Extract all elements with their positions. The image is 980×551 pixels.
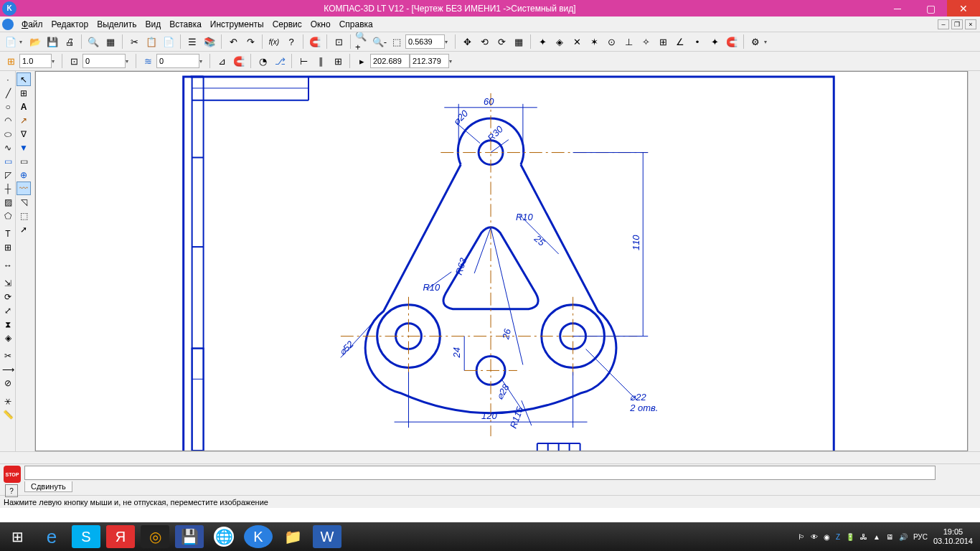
maximize-button[interactable]: ▢ bbox=[914, 0, 947, 17]
aimp-button[interactable]: ◎ bbox=[141, 525, 169, 548]
minimize-button[interactable]: ─ bbox=[881, 0, 914, 17]
yandex-button[interactable]: Я bbox=[106, 525, 135, 548]
snap-angle-button[interactable]: ∠ bbox=[672, 34, 688, 50]
zoom-out-button[interactable]: 🔍- bbox=[372, 34, 387, 50]
coord-x-input[interactable] bbox=[370, 54, 410, 68]
skype-button[interactable]: S bbox=[72, 525, 100, 548]
menu-insert[interactable]: Вставка bbox=[165, 18, 206, 31]
round-button[interactable]: ◔ bbox=[255, 53, 270, 69]
layer-dropdown[interactable]: ▾ bbox=[199, 58, 207, 65]
prop-tab-move[interactable]: Сдвинуть bbox=[24, 481, 72, 492]
menu-help[interactable]: Справка bbox=[335, 18, 377, 31]
wave-tool[interactable]: 〰 bbox=[17, 182, 31, 195]
cursor-size-button[interactable]: ⊞ bbox=[330, 53, 346, 69]
kompas-button[interactable]: K bbox=[244, 525, 273, 548]
tray-sync-icon[interactable]: ◉ bbox=[824, 533, 830, 541]
state-input[interactable] bbox=[83, 54, 126, 68]
tray-clock[interactable]: 19:05 03.10.2014 bbox=[933, 527, 973, 546]
snap-end-button[interactable]: ✦ bbox=[534, 34, 550, 50]
tray-lang[interactable]: РУС bbox=[913, 533, 928, 541]
snap-center-button[interactable]: ✕ bbox=[569, 34, 585, 50]
new-button[interactable]: 📄 bbox=[3, 34, 19, 50]
context-help-icon[interactable]: ? bbox=[5, 484, 18, 497]
line-tool[interactable]: ╱ bbox=[1, 86, 15, 100]
tray-eye-icon[interactable]: 👁 bbox=[811, 533, 818, 541]
tray-network-icon[interactable]: 🖧 bbox=[860, 533, 867, 541]
point-tool[interactable]: · bbox=[1, 72, 15, 86]
snap-align-button[interactable]: ✦ bbox=[707, 34, 722, 50]
mdi-minimize-button[interactable]: – bbox=[938, 19, 949, 29]
trim-tool[interactable]: ✂ bbox=[1, 349, 15, 362]
measure-tool[interactable]: 📏 bbox=[1, 408, 15, 421]
ortho-button[interactable]: ⊿ bbox=[214, 53, 230, 69]
zoom-in-button[interactable]: 🔍+ bbox=[354, 34, 370, 50]
refresh-button[interactable]: ⟳ bbox=[494, 34, 509, 50]
params-tool[interactable]: ⚹ bbox=[1, 394, 15, 408]
hatch-tool[interactable]: ▨ bbox=[1, 195, 15, 209]
properties-button[interactable]: ☰ bbox=[184, 34, 200, 50]
poly-tool[interactable]: ⬠ bbox=[1, 209, 15, 222]
print-button[interactable]: 🖨 bbox=[62, 34, 77, 50]
zoom-dropdown[interactable]: ▾ bbox=[445, 39, 452, 45]
settings-dropdown[interactable]: ▾ bbox=[764, 39, 771, 45]
leader-tool[interactable]: ↗ bbox=[17, 113, 31, 127]
view-label-tool[interactable]: ◹ bbox=[17, 195, 31, 209]
mdi-restore-button[interactable]: ❐ bbox=[951, 19, 963, 29]
menu-select[interactable]: Выделить bbox=[93, 18, 141, 31]
view-all-button[interactable]: ▦ bbox=[511, 34, 527, 50]
section-tool[interactable]: ⬚ bbox=[17, 209, 31, 222]
coord-dropdown[interactable]: ▾ bbox=[449, 58, 456, 65]
zoom-window-button[interactable]: ⬚ bbox=[389, 34, 405, 50]
text-edit-tool[interactable]: A bbox=[17, 100, 31, 113]
menu-view[interactable]: Вид bbox=[141, 18, 166, 31]
arrow-tool[interactable]: ➚ bbox=[17, 222, 31, 236]
preview-button[interactable]: 🔍 bbox=[85, 34, 101, 50]
new-dropdown[interactable]: ▾ bbox=[19, 39, 27, 45]
coord-y-input[interactable] bbox=[410, 54, 449, 68]
open-button[interactable]: 📂 bbox=[27, 34, 43, 50]
centerline-tool[interactable]: ⊕ bbox=[17, 168, 31, 182]
base-tool[interactable]: ▼ bbox=[17, 141, 31, 154]
undo-button[interactable]: ↶ bbox=[225, 34, 241, 50]
copy-button[interactable]: 📋 bbox=[143, 34, 159, 50]
menu-file[interactable]: Файл bbox=[17, 18, 47, 31]
perp-button[interactable]: ⊢ bbox=[296, 53, 311, 69]
break-tool[interactable]: ⊘ bbox=[1, 376, 15, 390]
para-button[interactable]: ∥ bbox=[313, 53, 329, 69]
tray-flag-icon[interactable]: 🏳 bbox=[798, 533, 805, 541]
snap-normal-button[interactable]: ⊥ bbox=[621, 34, 636, 50]
drawing-canvas[interactable]: 60 ⌀20 R30 R10 25 110 R10 R63 ⌀52 24 26 … bbox=[35, 71, 968, 451]
menu-editor[interactable]: Редактор bbox=[47, 18, 93, 31]
roughness-tool[interactable]: ∇ bbox=[17, 127, 31, 141]
spline-tool[interactable]: ∿ bbox=[1, 141, 15, 154]
ellipse-tool[interactable]: ⬭ bbox=[1, 127, 15, 141]
command-input[interactable] bbox=[24, 466, 936, 480]
app-menu-icon[interactable] bbox=[2, 19, 14, 30]
pan-button[interactable]: ✥ bbox=[459, 34, 475, 50]
dim-tool[interactable]: ↔ bbox=[1, 258, 15, 272]
close-button[interactable]: ✕ bbox=[947, 0, 980, 17]
state-dropdown[interactable]: ▾ bbox=[126, 58, 133, 65]
state-icon[interactable]: ⊡ bbox=[66, 53, 82, 69]
menu-window[interactable]: Окно bbox=[306, 18, 335, 31]
stop-icon[interactable]: STOP bbox=[4, 466, 21, 483]
zoom-fit-button[interactable]: ⊡ bbox=[331, 34, 347, 50]
help-button[interactable]: ? bbox=[283, 34, 299, 50]
layer-icon[interactable]: ≋ bbox=[140, 53, 156, 69]
variables-button[interactable]: f(x) bbox=[266, 34, 282, 50]
snap-tangent-button[interactable]: ⊙ bbox=[603, 34, 619, 50]
rect-tool[interactable]: ▭ bbox=[1, 154, 15, 168]
layer-input[interactable] bbox=[156, 54, 199, 68]
chrome-button[interactable]: 🌐 bbox=[207, 522, 241, 551]
snap-toggle-button[interactable]: 🧲 bbox=[231, 53, 247, 69]
save-button[interactable]: 💾 bbox=[44, 34, 60, 50]
menu-tools[interactable]: Инструменты bbox=[206, 18, 268, 31]
horizontal-scrollbar[interactable] bbox=[0, 451, 980, 463]
zoom-input[interactable] bbox=[405, 34, 445, 49]
snap-point-button[interactable]: • bbox=[689, 34, 705, 50]
ie-button[interactable]: e bbox=[34, 522, 69, 551]
tray-shield-icon[interactable]: ▲ bbox=[873, 533, 880, 541]
magnet-button[interactable]: 🧲 bbox=[307, 34, 323, 50]
select-tool[interactable]: ↖ bbox=[17, 72, 31, 86]
settings-button[interactable]: ⚙ bbox=[748, 34, 763, 50]
